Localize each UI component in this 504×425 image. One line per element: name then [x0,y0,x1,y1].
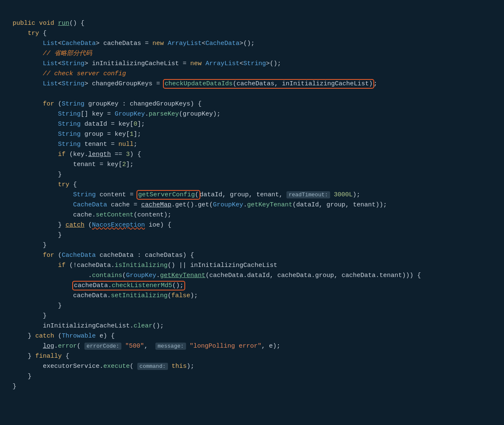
line-34: } finally { [13,353,69,360]
line-23: } [13,242,47,249]
line-3: List<CacheData> cacheDatas = new ArrayLi… [13,40,255,47]
highlight-checkUpdateDataIds: checkUpdateDataIds(cacheDatas, inInitial… [164,80,373,88]
line-27: cacheData.checkListenerMd5(); [13,282,184,290]
line-29: } [13,302,62,309]
code-editor: public void run() { try { List<CacheData… [0,0,504,400]
line-17: try { [13,181,77,188]
line-19: CacheData cache = cacheMap.get().get(Gro… [13,201,387,209]
line-37: } [13,383,16,390]
line-7: List<String> changedGroupKeys = checkUpd… [13,80,377,88]
line-36: } [13,373,32,380]
param-hint-errorCode: errorCode: [84,343,121,350]
line-15: tenant = key[2]; [13,161,134,168]
line-6: // check server config [13,70,126,77]
line-30: } [13,312,47,319]
line-14: if (key.length == 3) { [13,151,141,158]
line-10: String[] key = GroupKey.parseKey(groupKe… [13,111,220,118]
line-24: for (CacheData cacheData : cacheDatas) { [13,252,194,259]
line-32: } catch (Throwable e) { [13,333,115,340]
line-4: // 省略部分代码 [13,50,92,57]
line-26: .contains(GroupKey.getKeyTenant(cacheDat… [13,272,421,279]
line-28: cacheData.setInitializing(false); [13,292,198,299]
line-11: String dataId = key[0]; [13,121,145,128]
line-25: if (!cacheData.isInitializing() || inIni… [13,262,277,269]
highlight-checkListenerMd5: cacheData.checkListenerMd5(); [73,282,184,290]
line-12: String group = key[1]; [13,131,141,138]
line-22: } [13,232,62,239]
param-hint-readTimeout: readTimeout: [286,191,330,198]
line-1: public void run() { [13,20,84,27]
line-31: inInitializingCacheList.clear(); [13,322,164,330]
line-2: try { [13,30,47,37]
line-9: for (String groupKey : changedGroupKeys)… [13,100,202,108]
param-hint-command: command: [137,363,168,370]
line-5: List<String> inInitializingCacheList = n… [13,60,281,67]
line-18: String content = getServerConfig(dataId,… [13,191,360,198]
line-35: executorService.execute( command: this); [13,363,194,370]
highlight-getServerConfig: getServerConfig( [137,191,200,199]
param-hint-message: message: [155,343,186,350]
line-21: } catch (NacosException ioe) { [13,222,171,229]
line-13: String tenant = null; [13,141,137,148]
line-20: cache.setContent(content); [13,211,171,219]
line-16: } [13,171,62,178]
line-33: log.error( errorCode: "500", message: "l… [13,343,281,350]
